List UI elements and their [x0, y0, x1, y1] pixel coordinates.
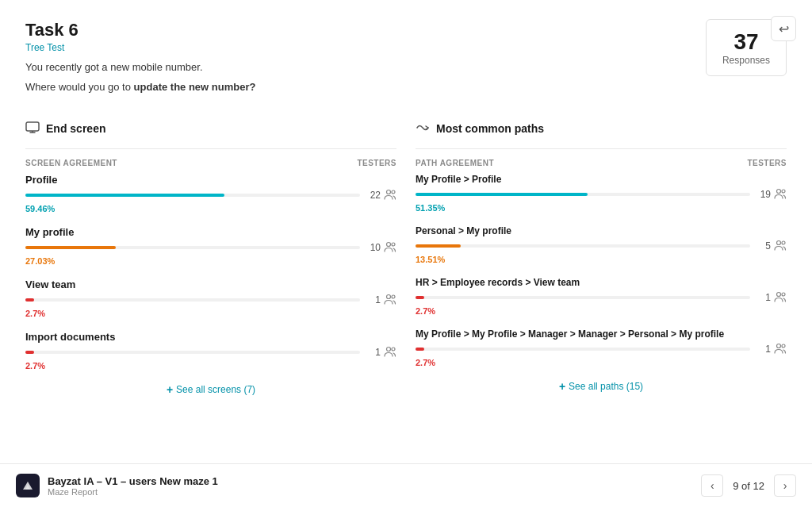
task-description-line2: Where would you go to update the new num…	[25, 79, 706, 95]
end-screen-items: Profile 22	[25, 174, 396, 371]
path-bar-track	[416, 348, 750, 351]
bar-fill	[25, 194, 224, 197]
svg-point-7	[387, 294, 391, 298]
right-info: 10	[365, 241, 396, 255]
testers-count: 1	[365, 294, 381, 305]
path-item-row: My Profile > My Profile > Manager > Mana…	[416, 328, 787, 343]
task-description-line1: You recently got a new mobile number.	[25, 60, 706, 75]
path-testers-count: 1	[755, 292, 771, 303]
footer-left: Bayzat IA – V1 – users New maze 1 Maze R…	[16, 474, 218, 497]
paths-panel-title: Most common paths	[436, 122, 544, 135]
back-button[interactable]: ↩	[771, 16, 796, 41]
path-bar-track	[416, 193, 750, 196]
path-item: HR > Employee records > View team 1	[416, 277, 787, 316]
end-screen-title: End screen	[46, 122, 105, 135]
screen-name: View team	[25, 278, 75, 290]
task-number: Task 6	[25, 19, 706, 42]
page-indicator: 9 of 12	[733, 480, 764, 492]
paths-col-right: TESTERS	[747, 159, 787, 167]
path-item: Personal > My profile 5	[416, 225, 787, 264]
next-page-button[interactable]: ›	[774, 474, 796, 497]
path-bar-track	[416, 244, 750, 248]
path-testers-count: 1	[755, 344, 771, 355]
paths-col-headers: PATH AGREEMENT TESTERS	[416, 159, 787, 167]
responses-label: Responses	[722, 55, 770, 66]
see-all-screens-link[interactable]: + See all screens (7)	[25, 383, 396, 396]
testers-icon	[384, 346, 396, 359]
bar-track	[25, 298, 360, 302]
path-item: My Profile > Profile 19	[416, 174, 787, 213]
path-right-info: 19	[755, 188, 787, 202]
see-all-screens-plus: +	[167, 383, 173, 396]
path-bar-row: 1	[416, 291, 787, 305]
right-info: 1	[365, 346, 396, 359]
footer: Bayzat IA – V1 – users New maze 1 Maze R…	[0, 463, 812, 507]
bar-row: 22	[25, 189, 396, 202]
screen-item-row: View team	[25, 278, 396, 294]
path-testers-count: 5	[755, 240, 771, 252]
pct-label: 2.7%	[25, 309, 396, 318]
header-area: Task 6 Tree Test You recently got a new …	[25, 19, 787, 95]
svg-point-10	[392, 348, 395, 351]
path-testers-icon	[774, 188, 787, 202]
path-item-row: Personal > My profile	[416, 225, 787, 240]
path-name: HR > Employee records > View team	[416, 277, 580, 288]
svg-point-16	[782, 293, 785, 296]
path-bar-fill	[416, 296, 424, 299]
paths-divider	[416, 148, 787, 149]
svg-rect-0	[26, 122, 39, 131]
screen-name: My profile	[25, 226, 74, 238]
svg-point-8	[392, 295, 395, 298]
path-bar-fill	[416, 244, 461, 248]
task-info: Task 6 Tree Test You recently got a new …	[25, 19, 706, 95]
path-bar-row: 5	[416, 240, 787, 253]
screen-name: Profile	[25, 174, 57, 186]
pct-label: 27.03%	[25, 256, 396, 266]
path-bar-row: 19	[416, 188, 787, 202]
path-item-row: My Profile > Profile	[416, 174, 787, 188]
main-content: Task 6 Tree Test You recently got a new …	[0, 0, 812, 463]
svg-point-17	[777, 344, 781, 348]
svg-point-4	[392, 190, 395, 194]
bar-row: 1	[25, 346, 396, 359]
bar-track	[25, 194, 360, 197]
bar-row: 10	[25, 241, 396, 255]
right-info: 22	[365, 189, 396, 202]
path-pct-label: 51.35%	[416, 203, 787, 213]
svg-point-14	[782, 241, 785, 244]
path-right-info: 1	[755, 291, 787, 305]
testers-icon	[384, 241, 396, 255]
svg-point-6	[392, 243, 395, 246]
prev-page-button[interactable]: ‹	[701, 474, 723, 497]
end-screen-col-right: TESTERS	[357, 159, 396, 167]
paths-icon	[416, 121, 430, 137]
end-screen-divider	[25, 148, 396, 149]
screen-item-row: Profile	[25, 174, 396, 189]
path-pct-label: 2.7%	[416, 358, 787, 367]
screen-name: Import documents	[25, 331, 115, 343]
path-right-info: 1	[755, 343, 787, 356]
end-screen-item: My profile 10	[25, 226, 396, 266]
svg-point-15	[777, 292, 781, 296]
pct-label: 2.7%	[25, 361, 396, 371]
paths-items: My Profile > Profile 19	[416, 174, 787, 367]
footer-logo	[16, 474, 40, 497]
see-all-screens-label: See all screens (7)	[176, 384, 255, 395]
bar-fill	[25, 298, 34, 302]
end-screen-header: End screen	[25, 121, 396, 137]
svg-point-18	[782, 344, 785, 348]
pct-label: 59.46%	[25, 204, 396, 213]
path-bar-row: 1	[416, 343, 787, 356]
end-screen-col-headers: SCREEN AGREEMENT TESTERS	[25, 159, 396, 167]
task-desc-prefix: Where would you go to	[25, 81, 134, 93]
see-all-paths-link[interactable]: + See all paths (15)	[416, 380, 787, 393]
task-desc-bold: update the new number?	[134, 81, 256, 93]
end-screen-item: Profile 22	[25, 174, 396, 213]
testers-count: 1	[365, 347, 381, 358]
bar-row: 1	[25, 294, 396, 307]
bar-track	[25, 351, 360, 354]
screen-item-row: Import documents	[25, 331, 396, 346]
end-screen-col-left: SCREEN AGREEMENT	[25, 159, 117, 167]
path-bar-track	[416, 296, 750, 299]
screen-item-row: My profile	[25, 226, 396, 241]
